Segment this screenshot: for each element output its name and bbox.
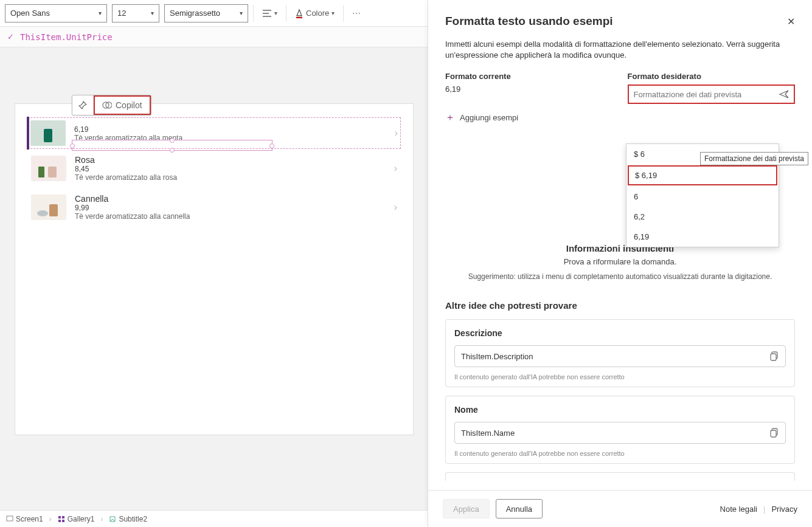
copy-icon[interactable] [770,351,779,361]
breadcrumb-separator: › [100,515,103,523]
legal-link[interactable]: Note legali [720,505,757,514]
chevron-down-icon: ▾ [151,10,154,16]
font-family-select[interactable]: Open Sans ▾ [5,4,107,22]
more-options-button[interactable]: ⋯ [349,9,364,18]
chevron-down-icon: ▾ [99,10,102,16]
privacy-link[interactable]: Privacy [771,505,797,514]
chevron-down-icon: ▾ [331,10,335,16]
pin-icon [78,101,87,109]
panel-footer: Applica Annulla Note legali | Privacy [428,490,812,527]
resize-handle[interactable] [70,143,75,148]
svg-rect-5 [62,516,64,518]
breadcrumb-label: Screen1 [16,515,43,523]
resize-handle[interactable] [170,138,175,143]
font-size-select[interactable]: 12 ▾ [112,4,159,22]
selection-toolbar: Copilot [72,95,151,115]
panel-body: Immetti alcuni esempi della modalità di … [428,39,812,490]
formula-expression[interactable]: ThisItem.UnitPrice [20,32,113,42]
item-price[interactable]: 6,19 [74,125,386,134]
chevron-right-icon[interactable]: › [395,128,398,139]
font-weight-value: Semigrassetto [170,9,220,18]
chevron-right-icon[interactable]: › [394,163,397,174]
item-thumbnail [31,195,66,220]
suggestion-option[interactable]: 6,2 [626,207,779,227]
desired-format-input[interactable]: Formattazione dei dati prevista [628,84,796,104]
font-color-button[interactable]: Colore ▾ [291,4,338,22]
idea-expression-input[interactable]: ThisItem.Description [454,345,786,367]
retry-text: Prova a riformulare la domanda. [445,257,795,266]
breadcrumb-screen[interactable]: Screen1 [6,515,43,523]
idea-card: Nome ThisItem.Name Il contenuto generato… [445,396,795,464]
chevron-down-icon: ▾ [240,10,243,16]
copilot-button[interactable]: Copilot [94,95,151,115]
gallery-control[interactable]: Copilot 6,19 Tè verde aromatizzato alla … [15,104,413,233]
item-title: Cannella [75,194,386,204]
toolbar-separator [253,5,254,22]
idea-expression-input[interactable]: ThisItem.Name [454,422,786,444]
breadcrumb-gallery[interactable]: Gallery1 [58,515,95,523]
svg-rect-3 [7,516,13,521]
label-icon [109,515,116,523]
panel-header: Formatta testo usando esempi ✕ [428,0,812,39]
input-tooltip: Formattazione dei dati prevista [700,152,808,165]
current-format-value: 6,19 [445,84,613,94]
footer-buttons: Applica Annulla [443,499,543,518]
align-button[interactable]: ▾ [259,4,281,22]
current-format-label: Formato corrente [445,72,613,81]
apply-button: Applica [443,499,490,518]
breadcrumb-separator: › [49,515,52,523]
footer-links: Note legali | Privacy [720,505,797,514]
copilot-label: Copilot [116,100,142,110]
svg-rect-7 [62,520,64,522]
font-color-icon [295,9,304,18]
other-ideas-heading: Altre idee che potresti provare [445,300,795,311]
resize-handle[interactable] [269,143,274,148]
idea-title: Nome [454,405,786,415]
chevron-right-icon[interactable]: › [394,202,397,213]
toolbar-separator [286,5,286,22]
panel-intro-text: Immetti alcuni esempi della modalità di … [445,39,795,61]
ai-disclaimer: Il contenuto generato dall'IA potrebbe n… [454,450,786,457]
font-size-value: 12 [117,9,126,18]
add-examples-button[interactable]: ＋ Aggiungi esempi [445,111,795,124]
item-description: Tè verde aromatizzato alla cannella [75,212,386,221]
svg-rect-11 [771,430,776,437]
suggestion-option[interactable]: 6,19 [626,227,779,247]
send-icon[interactable] [779,90,789,98]
suggestion-option-highlighted[interactable]: $ 6,19 [628,165,777,185]
item-price: 9,99 [75,204,386,212]
suggestion-option[interactable]: 6 [626,187,779,207]
copilot-icon [102,100,112,110]
gallery-item[interactable]: Cannella 9,99 Tè verde aromatizzato alla… [27,188,401,227]
screen-icon [6,515,13,523]
desired-format-placeholder: Formattazione dei dati prevista [634,90,742,99]
pin-button[interactable] [72,95,94,115]
align-icon [262,9,272,18]
suggestion-hint: Suggerimento: utilizza i menu di complet… [445,272,795,281]
desired-format-column: Formato desiderato Formattazione dei dat… [628,72,796,104]
item-info: Cannella 9,99 Tè verde aromatizzato alla… [75,194,386,221]
font-family-value: Open Sans [10,9,50,18]
gallery-item[interactable]: Rosa 8,45 Tè verde aromatizzato alla ros… [27,149,401,188]
gallery-item-selected[interactable]: Copilot 6,19 Tè verde aromatizzato alla … [27,117,401,149]
item-description: Tè verde aromatizzato alla rosa [75,173,386,182]
idea-expression-value: ThisItem.Name [461,429,515,438]
cancel-button[interactable]: Annulla [496,499,543,518]
ai-disclaimer: Il contenuto generato dall'IA potrebbe n… [454,373,786,381]
item-thumbnail [31,156,66,181]
copy-icon[interactable] [770,428,779,438]
add-examples-label: Aggiungi esempi [460,113,518,122]
formula-check-icon: ✓ [7,32,14,41]
svg-rect-4 [58,516,61,518]
idea-expression-value: ThisItem.Description [461,352,533,361]
current-format-column: Formato corrente 6,19 [445,72,613,104]
idea-card-partial [445,472,795,481]
panel-title: Formatta testo usando esempi [445,15,613,28]
breadcrumb-subtitle[interactable]: Subtitle2 [109,515,147,523]
screen-canvas[interactable]: Copilot 6,19 Tè verde aromatizzato alla … [15,103,414,435]
format-panel: Formatta testo usando esempi ✕ Immetti a… [428,0,812,527]
gallery-icon [58,515,65,523]
close-button[interactable]: ✕ [787,16,795,27]
idea-card: Descrizione ThisItem.Description Il cont… [445,319,795,387]
font-weight-select[interactable]: Semigrassetto ▾ [164,4,248,22]
